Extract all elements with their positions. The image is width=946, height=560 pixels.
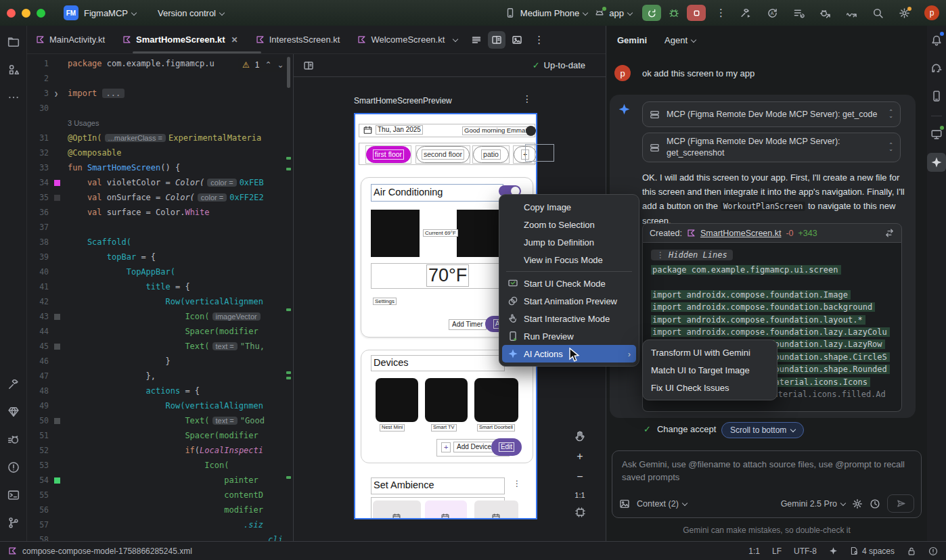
hidden-lines-chip[interactable]: ⋮Hidden Lines — [651, 250, 733, 260]
fold-arrow-icon[interactable]: ❯ — [54, 90, 58, 97]
color-swatch-icon[interactable] — [54, 314, 60, 320]
code-line[interactable]: 37 — [27, 220, 293, 235]
debug-bug-icon[interactable] — [669, 7, 679, 18]
code-line[interactable]: 47 }, — [27, 369, 293, 383]
code-line[interactable]: 41 title = { — [27, 279, 293, 294]
model-selector[interactable]: Gemini 2.5 Pro — [781, 499, 845, 509]
scroll-to-bottom-button[interactable]: Scroll to bottom — [721, 422, 804, 438]
code-line[interactable]: 51 Spacer(modifier — [27, 428, 293, 443]
tool-call-chip[interactable]: MCP (Figma Remote Dev Mode MCP Server): … — [642, 101, 901, 127]
expand-chevron-icon[interactable]: ⌃⌄ — [888, 110, 893, 118]
submenu-item-fix-ui-check-issues[interactable]: Fix UI Check Issues — [643, 379, 777, 396]
ac-settings-label[interactable]: Settings — [373, 298, 397, 305]
menu-item-view-in-focus-mode[interactable]: View in Focus Mode — [499, 251, 639, 269]
context-selector[interactable]: Context (2) — [637, 499, 687, 509]
expand-chevron-icon[interactable]: ⌃⌄ — [888, 143, 893, 151]
indent-setting[interactable]: 4 spaces — [850, 546, 895, 556]
add-timer-button[interactable]: Add Timer — [449, 319, 487, 330]
tab-gemini[interactable]: Gemini — [617, 35, 647, 45]
user-avatar[interactable]: p — [924, 5, 939, 20]
code-line[interactable]: 50 Text(text ="Good — [27, 413, 293, 428]
code-line[interactable]: 35 val onSurface = Color(color =0xFF2E2 — [27, 190, 293, 205]
add-device-button[interactable]: Add Device — [453, 442, 495, 452]
profile-bug-icon[interactable] — [819, 7, 831, 19]
floor-chip-2[interactable]: patio — [472, 145, 510, 164]
devices-edit-button[interactable]: Edit — [491, 438, 522, 456]
more-actions-kebab-icon[interactable]: ⋮ — [716, 7, 726, 19]
code-line[interactable]: 2 — [27, 71, 293, 86]
code-line[interactable]: 43 Icon(imageVector — [27, 309, 293, 324]
zoom-level[interactable]: 1:1 — [575, 491, 585, 499]
code-line[interactable]: 58 .cli — [27, 532, 293, 541]
run-config-selector[interactable]: app — [609, 8, 632, 18]
zoom-in-button[interactable]: + — [577, 450, 583, 463]
statusbar-filename[interactable]: compose-compose-model-1758866285245.xml — [22, 546, 192, 556]
floor-chip-1[interactable]: second floor — [415, 145, 470, 164]
gem-icon[interactable] — [4, 402, 23, 421]
line-separator[interactable]: LF — [772, 546, 782, 556]
open-diff-icon[interactable] — [884, 228, 895, 238]
more-horizontal-icon[interactable] — [4, 88, 23, 107]
search-icon[interactable] — [872, 7, 884, 19]
file-encoding[interactable]: UTF-8 — [794, 546, 817, 556]
caret-position[interactable]: 1:1 — [748, 546, 760, 556]
code-line[interactable]: 46 } — [27, 354, 293, 369]
file-tab-interestsscreen-kt[interactable]: InterestsScreen.kt — [247, 26, 349, 53]
minimize-window-button[interactable] — [22, 9, 30, 18]
chat-input[interactable]: Ask Gemini, use @filename to attach sour… — [612, 450, 922, 518]
code-line[interactable]: 45 Text(text ="Thu, — [27, 339, 293, 354]
vcs-menu[interactable]: Version control — [158, 8, 224, 18]
code-line[interactable]: 54 painter — [27, 473, 293, 488]
editor-scrollbar[interactable] — [287, 57, 290, 88]
color-swatch-icon[interactable] — [54, 477, 60, 484]
code-line[interactable]: 36 val surface = Color.White — [27, 205, 293, 220]
preview-layout-icon[interactable] — [303, 60, 314, 71]
usages-hint[interactable]: 3 Usages — [68, 119, 99, 127]
created-file-link[interactable]: SmartHomeScreen.kt — [700, 229, 781, 238]
submenu-item-match-ui-to-target-image[interactable]: Match UI to Target Image — [643, 361, 777, 379]
build-hammer-icon[interactable] — [4, 375, 23, 394]
zoom-to-fit-icon[interactable] — [575, 507, 585, 517]
code-editor[interactable]: 1package com.example.figmamcp.u23❯import… — [27, 54, 293, 541]
device-tile-0[interactable] — [376, 378, 418, 422]
rerun-button[interactable] — [642, 5, 661, 21]
build-hammer-run-icon[interactable] — [740, 7, 752, 19]
floor-chip-0[interactable]: first floor — [365, 145, 411, 164]
editor-code-view-toggle[interactable] — [468, 31, 485, 49]
color-swatch-icon[interactable] — [54, 180, 60, 186]
code-line[interactable]: 44 Spacer(modifier — [27, 324, 293, 339]
running-cat-icon[interactable] — [4, 430, 23, 449]
file-tab-smarthomescreen-kt[interactable]: SmartHomeScreen.kt✕ — [114, 26, 247, 53]
chat-settings-gear-icon[interactable] — [852, 498, 863, 509]
menu-item-zoom-to-selection[interactable]: Zoom to Selection — [499, 216, 639, 233]
notifications-bell-icon[interactable] — [927, 31, 946, 50]
pan-hand-icon[interactable] — [574, 430, 586, 442]
gradle-elephant-icon[interactable] — [927, 59, 946, 78]
lock-icon[interactable] — [907, 546, 916, 556]
menu-item-start-ui-check-mode[interactable]: Start UI Check Mode — [499, 275, 639, 292]
history-clock-icon[interactable] — [870, 498, 880, 509]
zoom-out-button[interactable]: − — [577, 471, 583, 483]
inspections-widget[interactable]: ⚠ 1 ⌃ ⌄ — [238, 58, 288, 72]
code-line[interactable]: 42 Row(verticalAlignmen — [27, 294, 293, 309]
tab-agent[interactable]: Agent — [665, 35, 696, 45]
chevron-down-icon[interactable] — [453, 36, 458, 41]
code-line[interactable]: 49 Row(verticalAlignmen — [27, 398, 293, 413]
preview-options-kebab-icon[interactable]: ⋮ — [522, 93, 532, 104]
code-line[interactable]: 57 .siz — [27, 517, 293, 532]
maximize-window-button[interactable] — [37, 9, 45, 18]
color-swatch-icon[interactable] — [54, 418, 60, 424]
editor-split-view-toggle[interactable] — [488, 31, 505, 49]
gemini-sparkle-icon[interactable] — [927, 153, 946, 172]
problems-alert-icon[interactable] — [4, 458, 23, 477]
submenu-item-transform-ui-with-gemini[interactable]: Transform UI with Gemini — [643, 344, 777, 361]
preview-title[interactable]: SmartHomeScreenPreview — [354, 96, 452, 106]
tab-scrollbar[interactable] — [133, 51, 261, 53]
code-line[interactable]: 40 TopAppBar( — [27, 264, 293, 279]
code-line[interactable]: 48 actions = { — [27, 383, 293, 398]
code-line[interactable]: 55 contentD — [27, 488, 293, 503]
editor-preview-view-toggle[interactable] — [508, 31, 526, 49]
close-tab-icon[interactable]: ✕ — [231, 35, 238, 45]
project-folder-icon[interactable] — [4, 32, 23, 51]
file-tab-mainactivity-kt[interactable]: MainActivity.kt — [27, 26, 114, 53]
